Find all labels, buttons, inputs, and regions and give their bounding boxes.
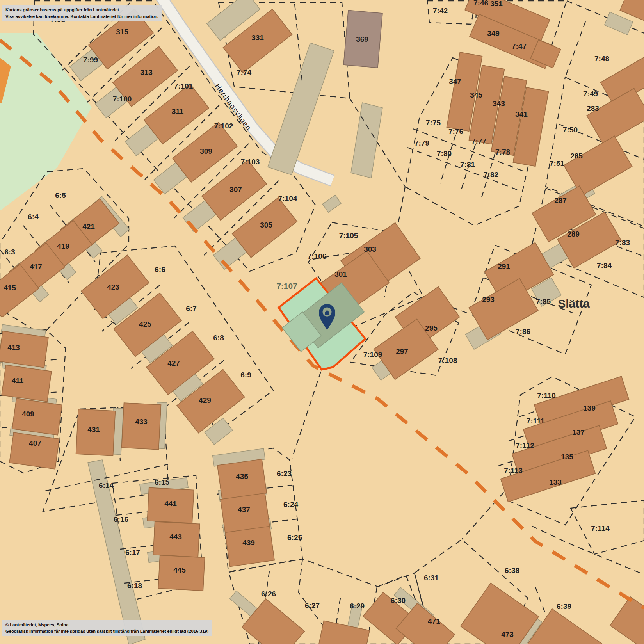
parcel-label: 6:8 — [213, 334, 224, 342]
house-number-label: 429 — [199, 396, 211, 404]
house-number-label: 409 — [22, 410, 34, 418]
parcel-label: 7:49 — [583, 90, 598, 98]
house-number-label: 301 — [334, 270, 347, 278]
house-number-label: 347 — [449, 77, 461, 85]
house-number-label: 345 — [470, 91, 482, 99]
house-number-label: 473 — [501, 630, 514, 639]
house-number-label: 283 — [587, 104, 599, 112]
house-number-label: 133 — [549, 478, 562, 486]
parcel-label: 6:15 — [155, 478, 169, 486]
parcel-label: 7:42 — [433, 7, 448, 15]
house-number-label: 369 — [356, 35, 368, 43]
house-number-label: 445 — [173, 566, 186, 574]
house-number-label: 315 — [116, 28, 128, 36]
house-number-label: 343 — [493, 100, 505, 108]
parcel-label: 7:100 — [113, 95, 132, 103]
building — [12, 398, 62, 435]
place-name-label: Slätta — [558, 297, 590, 310]
house-number-label: 435 — [236, 472, 248, 480]
parcel-label: 7:112 — [516, 441, 534, 450]
house-number-label: 433 — [135, 418, 148, 426]
parcel-label: 7:74 — [237, 68, 251, 76]
parcel-label: 6:38 — [505, 566, 519, 575]
attribution-line2: Geografisk information får inte spridas … — [5, 628, 208, 635]
house-number-label: 303 — [364, 245, 376, 253]
parcel-label: 6:9 — [240, 371, 251, 379]
parcel-label: 6:6 — [155, 265, 165, 274]
house-number-label: 295 — [425, 324, 438, 332]
house-number-label: 439 — [242, 539, 255, 547]
house-number-label: 297 — [396, 347, 408, 356]
parcel-label: 7:80 — [437, 149, 452, 158]
parcel-label: 7:106 — [308, 252, 327, 260]
parcel-label: 7:79 — [415, 139, 429, 147]
house-number-label: 307 — [229, 185, 242, 194]
house-number-label: 443 — [169, 533, 182, 541]
house-number-label: 437 — [238, 505, 250, 514]
parcel-label: 7:99 — [83, 56, 98, 64]
parcel-label: 6:3 — [4, 248, 15, 256]
parcel-label: 7:75 — [426, 119, 441, 127]
parcel-label: 7:105 — [339, 231, 358, 240]
parcel-label: 6:16 — [114, 515, 128, 523]
parcel-label: 6:29 — [350, 602, 365, 610]
map-canvas[interactable]: 7:987:997:1007:1017:1027:1037:1047:1057:… — [0, 0, 644, 644]
house-number-label: 413 — [7, 343, 20, 352]
house-number-label: 289 — [567, 230, 580, 238]
house-number-label: 305 — [260, 221, 272, 229]
disclaimer-line1: Kartans gränser baseras på uppgifter frå… — [5, 7, 158, 13]
house-number-label: 311 — [172, 107, 184, 116]
parcel-label: 6:4 — [28, 213, 39, 221]
parcel-label: 7:47 — [512, 42, 527, 50]
parcel-label: 6:18 — [127, 582, 142, 590]
house-number-label: 441 — [164, 500, 177, 508]
parcel-label: 7:82 — [484, 171, 498, 179]
house-number-label: 287 — [554, 196, 567, 205]
house-number-label: 407 — [29, 439, 41, 447]
house-number-label: 341 — [515, 110, 528, 118]
parcel-label: 7:101 — [174, 82, 193, 90]
house-number-label: 427 — [167, 359, 180, 367]
parcel-label: 7:48 — [594, 55, 609, 63]
parcel-label: 7:83 — [615, 238, 630, 247]
parcel-label: 6:27 — [305, 601, 320, 610]
house-number-label: 431 — [87, 425, 100, 434]
map-viewport[interactable]: { "map": { "colors": { "background": "#f… — [0, 0, 644, 644]
parcel-label: 7:108 — [438, 356, 457, 365]
map-attribution: © Lantmäteriet, Mspecs, Solna Geografisk… — [2, 620, 212, 636]
building — [122, 403, 161, 450]
parcel-label: 6:23 — [277, 470, 292, 478]
parcel-label: 6:7 — [186, 304, 196, 313]
house-number-label: 351 — [490, 0, 503, 8]
parcel-label: 7:103 — [241, 158, 260, 166]
house-number-label: 421 — [82, 222, 95, 231]
house-number-label: 291 — [498, 262, 510, 270]
parcel-label: 6:30 — [391, 596, 406, 605]
parcel-label: 6:26 — [261, 590, 276, 598]
parcel-label: 7:77 — [471, 137, 486, 145]
map-disclaimer: Kartans gränser baseras på uppgifter frå… — [2, 5, 162, 21]
parcel-label: 7:113 — [504, 466, 523, 475]
house-number-label: 425 — [139, 320, 151, 328]
parcel-label: 6:31 — [424, 574, 439, 582]
house-number-label: 417 — [30, 263, 42, 271]
highlighted-parcel-label: 7:107 — [276, 281, 297, 290]
parcel-label: 7:84 — [597, 262, 612, 270]
house-number-label: 349 — [487, 29, 500, 37]
parcel-label: 7:104 — [278, 194, 297, 203]
parcel-label: 7:51 — [550, 159, 564, 167]
house-number-label: 331 — [251, 34, 264, 42]
attribution-line1: © Lantmäteriet, Mspecs, Solna — [5, 622, 208, 628]
house-number-label: 411 — [12, 377, 24, 385]
parcel-label: 7:110 — [537, 391, 556, 400]
house-number-label: 423 — [107, 283, 119, 291]
house-number-label: 137 — [572, 428, 585, 436]
house-number-label: 139 — [583, 404, 596, 412]
house-number-label: 419 — [57, 242, 69, 250]
house-number-label: 313 — [140, 68, 153, 76]
parcel-label: 7:50 — [563, 126, 578, 134]
house-number-label: 471 — [428, 617, 440, 625]
parcel-label: 7:46 — [473, 0, 488, 7]
parcel-label: 7:76 — [448, 127, 463, 135]
parcel-label: 7:109 — [363, 350, 382, 359]
